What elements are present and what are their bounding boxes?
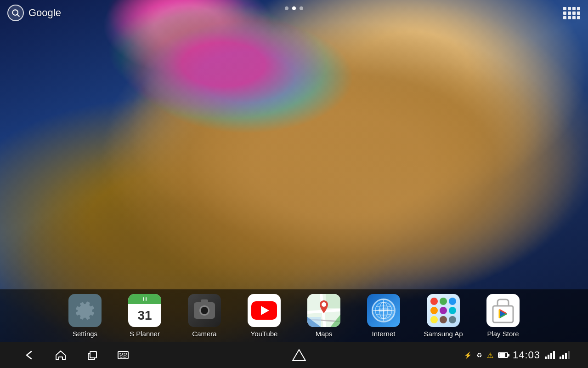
samsung-label: Samsung Ap xyxy=(424,330,463,338)
settings-icon xyxy=(68,294,102,327)
screenshot-button[interactable] xyxy=(112,344,134,366)
nav-right-status: ⚡ ♻ ⚠ 14:03 xyxy=(464,349,570,361)
grid-icon xyxy=(563,7,580,19)
samsung-apps-icon xyxy=(427,294,460,327)
app-icon-maps[interactable]: Maps xyxy=(294,290,354,341)
app-icon-youtube[interactable]: YouTube xyxy=(234,290,294,341)
youtube-label: YouTube xyxy=(251,330,278,338)
system-clock: 14:03 xyxy=(513,349,540,361)
search-icon xyxy=(7,5,24,21)
home-button[interactable] xyxy=(50,344,72,366)
signal-icon xyxy=(560,351,570,359)
warning-icon: ⚠ xyxy=(487,351,493,360)
usb-icon: ⚡ xyxy=(464,351,472,359)
svg-rect-20 xyxy=(124,353,127,355)
settings-label: Settings xyxy=(73,330,97,338)
app-icon-camera[interactable]: Camera xyxy=(175,290,234,341)
app-icon-splanner[interactable]: 31 S Planner xyxy=(115,290,175,341)
google-search-bar[interactable]: Google xyxy=(7,5,61,21)
feather-toy xyxy=(0,0,588,258)
playstore-icon xyxy=(486,294,520,327)
camera-label: Camera xyxy=(192,330,216,338)
page-dot-1 xyxy=(285,6,288,10)
internet-icon xyxy=(367,294,400,327)
top-bar: Google xyxy=(0,0,588,26)
all-apps-button[interactable] xyxy=(562,4,581,22)
svg-marker-22 xyxy=(293,350,305,361)
camera-icon xyxy=(188,294,221,327)
app-icon-internet[interactable]: Internet xyxy=(354,290,413,341)
svg-line-1 xyxy=(17,15,20,17)
maps-icon xyxy=(307,294,340,327)
svg-rect-21 xyxy=(120,356,126,357)
app-icon-playstore[interactable]: Play Store xyxy=(473,290,533,341)
battery-icon xyxy=(498,352,508,358)
app-dock: Settings 31 S Planner Camera xyxy=(0,289,588,342)
app-icon-settings[interactable]: Settings xyxy=(55,290,115,341)
app-icon-samsung[interactable]: Samsung Ap xyxy=(413,290,473,341)
internet-label: Internet xyxy=(372,330,396,338)
maps-label: Maps xyxy=(316,330,333,338)
navigation-bar: ⚡ ♻ ⚠ 14:03 xyxy=(0,342,588,368)
page-dot-2 xyxy=(292,6,296,10)
back-button[interactable] xyxy=(18,344,40,366)
google-label: Google xyxy=(28,7,61,19)
svg-point-0 xyxy=(12,10,18,15)
svg-point-10 xyxy=(379,302,388,319)
svg-point-9 xyxy=(375,302,392,319)
recents-button[interactable] xyxy=(81,344,103,366)
nav-center xyxy=(134,349,464,362)
youtube-icon xyxy=(248,294,281,327)
svg-rect-19 xyxy=(120,353,123,355)
splanner-icon: 31 xyxy=(128,294,161,327)
sync-icon: ♻ xyxy=(476,351,482,359)
svg-point-6 xyxy=(322,302,326,307)
page-dot-3 xyxy=(300,6,303,10)
wifi-icon xyxy=(545,351,555,359)
splanner-label: S Planner xyxy=(130,330,160,338)
page-indicator xyxy=(285,6,303,10)
svg-rect-5 xyxy=(326,294,340,308)
playstore-label: Play Store xyxy=(487,330,519,338)
nav-left-buttons xyxy=(18,344,134,366)
svg-rect-18 xyxy=(118,351,128,359)
svg-rect-16 xyxy=(90,351,96,358)
